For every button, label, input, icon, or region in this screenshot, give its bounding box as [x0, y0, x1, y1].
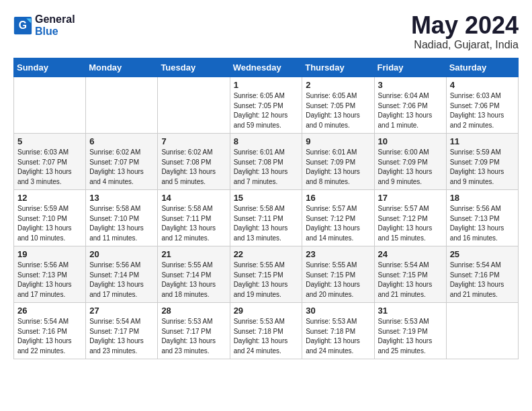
logo-icon: G — [13, 16, 32, 35]
calendar-week-row: 19Sunrise: 5:56 AMSunset: 7:13 PMDayligh… — [14, 246, 519, 303]
day-info: Sunrise: 6:05 AMSunset: 7:05 PMDaylight:… — [306, 91, 370, 130]
day-number: 31 — [378, 306, 443, 316]
calendar-cell: 7Sunrise: 6:02 AMSunset: 7:08 PMDaylight… — [158, 134, 230, 190]
calendar-cell: 2Sunrise: 6:05 AMSunset: 7:05 PMDaylight… — [302, 77, 374, 134]
day-info: Sunrise: 6:02 AMSunset: 7:07 PMDaylight:… — [89, 148, 154, 187]
day-info: Sunrise: 5:58 AMSunset: 7:11 PMDaylight:… — [161, 204, 226, 243]
calendar-cell — [158, 77, 230, 134]
weekday-header: Tuesday — [158, 58, 230, 77]
day-info: Sunrise: 6:00 AMSunset: 7:09 PMDaylight:… — [378, 148, 443, 187]
day-info: Sunrise: 5:56 AMSunset: 7:13 PMDaylight:… — [17, 261, 82, 300]
day-info: Sunrise: 5:53 AMSunset: 7:18 PMDaylight:… — [306, 317, 370, 356]
day-info: Sunrise: 5:58 AMSunset: 7:11 PMDaylight:… — [234, 204, 299, 243]
day-number: 27 — [89, 306, 154, 316]
calendar-cell: 18Sunrise: 5:56 AMSunset: 7:13 PMDayligh… — [446, 190, 518, 246]
day-number: 2 — [306, 80, 370, 90]
day-number: 23 — [306, 249, 370, 259]
day-info: Sunrise: 6:02 AMSunset: 7:08 PMDaylight:… — [161, 148, 226, 187]
page-header: G General Blue May 2024 Nadiad, Gujarat,… — [13, 13, 519, 51]
day-number: 13 — [89, 193, 154, 203]
day-number: 20 — [89, 249, 154, 259]
day-number: 16 — [306, 193, 370, 203]
calendar-cell: 15Sunrise: 5:58 AMSunset: 7:11 PMDayligh… — [230, 190, 302, 246]
calendar-cell: 6Sunrise: 6:02 AMSunset: 7:07 PMDaylight… — [86, 134, 158, 190]
day-info: Sunrise: 6:04 AMSunset: 7:06 PMDaylight:… — [378, 91, 443, 130]
calendar-cell — [14, 77, 86, 134]
day-number: 21 — [161, 249, 226, 259]
calendar-cell: 3Sunrise: 6:04 AMSunset: 7:06 PMDaylight… — [374, 77, 446, 134]
calendar-week-row: 26Sunrise: 5:54 AMSunset: 7:16 PMDayligh… — [14, 303, 519, 359]
calendar-cell: 4Sunrise: 6:03 AMSunset: 7:06 PMDaylight… — [446, 77, 518, 134]
calendar-cell: 25Sunrise: 5:54 AMSunset: 7:16 PMDayligh… — [446, 246, 518, 303]
calendar-cell: 12Sunrise: 5:59 AMSunset: 7:10 PMDayligh… — [14, 190, 86, 246]
calendar-week-row: 1Sunrise: 6:05 AMSunset: 7:05 PMDaylight… — [14, 77, 519, 134]
day-info: Sunrise: 5:54 AMSunset: 7:15 PMDaylight:… — [378, 261, 443, 300]
calendar-cell: 31Sunrise: 5:53 AMSunset: 7:19 PMDayligh… — [374, 303, 446, 359]
logo: G General Blue — [13, 13, 75, 38]
day-info: Sunrise: 6:05 AMSunset: 7:05 PMDaylight:… — [234, 91, 299, 130]
day-number: 28 — [161, 306, 226, 316]
day-info: Sunrise: 6:03 AMSunset: 7:07 PMDaylight:… — [17, 148, 82, 187]
calendar-cell: 22Sunrise: 5:55 AMSunset: 7:15 PMDayligh… — [230, 246, 302, 303]
day-number: 6 — [89, 136, 154, 146]
day-number: 22 — [234, 249, 299, 259]
day-number: 8 — [234, 136, 299, 146]
title-area: May 2024 Nadiad, Gujarat, India — [411, 13, 519, 51]
weekday-header: Thursday — [302, 58, 374, 77]
day-info: Sunrise: 5:53 AMSunset: 7:18 PMDaylight:… — [234, 317, 299, 356]
day-info: Sunrise: 5:55 AMSunset: 7:15 PMDaylight:… — [306, 261, 370, 300]
weekday-header: Friday — [374, 58, 446, 77]
day-number: 11 — [450, 136, 515, 146]
calendar-cell: 10Sunrise: 6:00 AMSunset: 7:09 PMDayligh… — [374, 134, 446, 190]
calendar-cell: 26Sunrise: 5:54 AMSunset: 7:16 PMDayligh… — [14, 303, 86, 359]
logo-text: General Blue — [35, 13, 75, 38]
day-number: 17 — [378, 193, 443, 203]
day-number: 3 — [378, 80, 443, 90]
calendar-header-row: SundayMondayTuesdayWednesdayThursdayFrid… — [14, 58, 519, 77]
calendar-cell: 11Sunrise: 5:59 AMSunset: 7:09 PMDayligh… — [446, 134, 518, 190]
month-title: May 2024 — [411, 13, 519, 38]
calendar-cell — [446, 303, 518, 359]
calendar-table: SundayMondayTuesdayWednesdayThursdayFrid… — [13, 58, 519, 359]
calendar-cell: 28Sunrise: 5:53 AMSunset: 7:17 PMDayligh… — [158, 303, 230, 359]
calendar-week-row: 5Sunrise: 6:03 AMSunset: 7:07 PMDaylight… — [14, 134, 519, 190]
calendar-cell — [86, 77, 158, 134]
day-number: 24 — [378, 249, 443, 259]
day-info: Sunrise: 5:54 AMSunset: 7:16 PMDaylight:… — [17, 317, 82, 356]
day-info: Sunrise: 5:53 AMSunset: 7:17 PMDaylight:… — [161, 317, 226, 356]
day-number: 15 — [234, 193, 299, 203]
day-info: Sunrise: 5:55 AMSunset: 7:15 PMDaylight:… — [234, 261, 299, 300]
location: Nadiad, Gujarat, India — [411, 39, 519, 51]
calendar-cell: 8Sunrise: 6:01 AMSunset: 7:08 PMDaylight… — [230, 134, 302, 190]
calendar-cell: 20Sunrise: 5:56 AMSunset: 7:14 PMDayligh… — [86, 246, 158, 303]
calendar-cell: 27Sunrise: 5:54 AMSunset: 7:17 PMDayligh… — [86, 303, 158, 359]
weekday-header: Saturday — [446, 58, 518, 77]
day-info: Sunrise: 5:56 AMSunset: 7:14 PMDaylight:… — [89, 261, 154, 300]
day-number: 9 — [306, 136, 370, 146]
weekday-header: Wednesday — [230, 58, 302, 77]
weekday-header: Sunday — [14, 58, 86, 77]
calendar-cell: 30Sunrise: 5:53 AMSunset: 7:18 PMDayligh… — [302, 303, 374, 359]
calendar-cell: 16Sunrise: 5:57 AMSunset: 7:12 PMDayligh… — [302, 190, 374, 246]
day-info: Sunrise: 5:57 AMSunset: 7:12 PMDaylight:… — [378, 204, 443, 243]
day-number: 1 — [234, 80, 299, 90]
day-number: 18 — [450, 193, 515, 203]
calendar-cell: 13Sunrise: 5:58 AMSunset: 7:10 PMDayligh… — [86, 190, 158, 246]
day-number: 5 — [17, 136, 82, 146]
day-number: 14 — [161, 193, 226, 203]
day-info: Sunrise: 5:54 AMSunset: 7:16 PMDaylight:… — [450, 261, 515, 300]
day-number: 10 — [378, 136, 443, 146]
day-number: 7 — [161, 136, 226, 146]
day-info: Sunrise: 5:59 AMSunset: 7:09 PMDaylight:… — [450, 148, 515, 187]
day-number: 26 — [17, 306, 82, 316]
day-info: Sunrise: 5:55 AMSunset: 7:14 PMDaylight:… — [161, 261, 226, 300]
calendar-cell: 24Sunrise: 5:54 AMSunset: 7:15 PMDayligh… — [374, 246, 446, 303]
calendar-cell: 19Sunrise: 5:56 AMSunset: 7:13 PMDayligh… — [14, 246, 86, 303]
day-info: Sunrise: 5:56 AMSunset: 7:13 PMDaylight:… — [450, 204, 515, 243]
weekday-header: Monday — [86, 58, 158, 77]
calendar-cell: 17Sunrise: 5:57 AMSunset: 7:12 PMDayligh… — [374, 190, 446, 246]
calendar-cell: 21Sunrise: 5:55 AMSunset: 7:14 PMDayligh… — [158, 246, 230, 303]
day-info: Sunrise: 5:57 AMSunset: 7:12 PMDaylight:… — [306, 204, 370, 243]
calendar-cell: 29Sunrise: 5:53 AMSunset: 7:18 PMDayligh… — [230, 303, 302, 359]
day-info: Sunrise: 6:01 AMSunset: 7:08 PMDaylight:… — [234, 148, 299, 187]
